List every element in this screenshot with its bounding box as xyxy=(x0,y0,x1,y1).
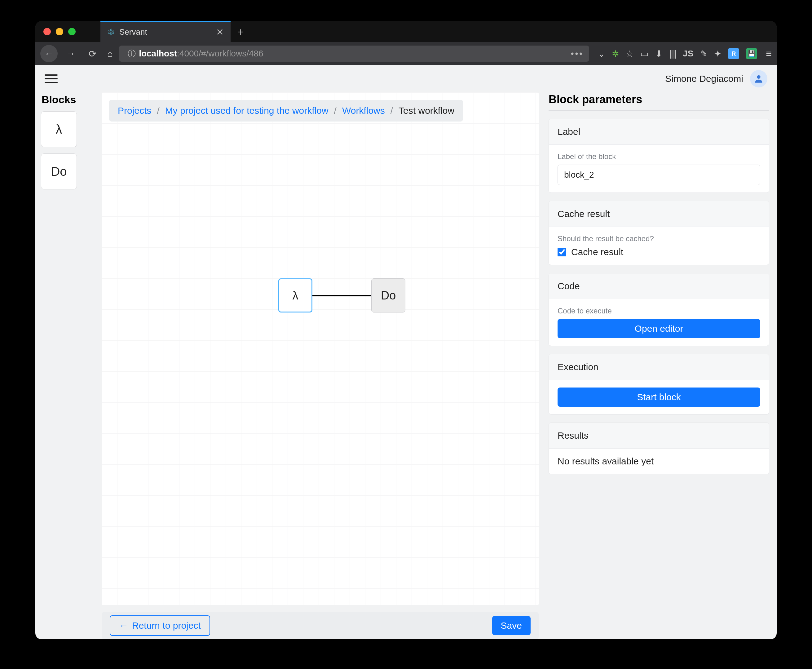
bug-icon[interactable]: ✲ xyxy=(612,49,619,59)
section-cache: Cache result Should the result be cached… xyxy=(549,201,769,265)
block-label-input[interactable] xyxy=(557,165,760,185)
pocket-icon[interactable]: ⌄ xyxy=(598,49,605,59)
edge[interactable] xyxy=(312,295,371,296)
user-box[interactable]: Simone Degiacomi xyxy=(665,70,767,87)
crumb-sep: / xyxy=(391,106,393,116)
section-cache-header: Cache result xyxy=(549,201,769,227)
blocks-sidebar: Blocks λ Do xyxy=(35,92,99,639)
label-field-hint: Label of the block xyxy=(557,152,760,161)
browser-tabstrip: ⚛ Servant ✕ ＋ xyxy=(35,21,777,42)
results-empty-text: No results available yet xyxy=(557,456,760,467)
tab-title: Servant xyxy=(119,27,147,37)
crumb-workflows[interactable]: Workflows xyxy=(342,106,385,116)
section-results-header: Results xyxy=(549,423,769,449)
workflow-canvas[interactable]: Projects / My project used for testing t… xyxy=(102,92,539,605)
section-results: Results No results available yet xyxy=(549,422,769,474)
download-icon[interactable]: ⬇ xyxy=(655,49,662,59)
window-zoom-icon[interactable] xyxy=(68,28,75,35)
js-badge-icon[interactable]: JS xyxy=(683,49,693,59)
code-hint: Code to execute xyxy=(557,307,760,315)
app-viewport: Simone Degiacomi Blocks λ Do xyxy=(35,65,777,639)
new-tab-button[interactable]: ＋ xyxy=(231,21,250,42)
arrow-left-icon: ← xyxy=(119,620,128,631)
close-tab-icon[interactable]: ✕ xyxy=(216,27,224,37)
browser-tab[interactable]: ⚛ Servant ✕ xyxy=(101,21,231,42)
node-do[interactable]: Do xyxy=(371,278,405,313)
nav-home-button[interactable]: ⌂ xyxy=(106,48,115,59)
crumb-sep: / xyxy=(157,106,159,116)
site-info-icon[interactable]: ⓘ xyxy=(124,48,139,59)
right-panel: Block parameters Label Label of the bloc… xyxy=(547,92,777,639)
avatar[interactable] xyxy=(750,70,767,87)
section-label: Label Label of the block xyxy=(549,119,769,193)
page-actions-icon[interactable]: ••• xyxy=(571,49,584,59)
return-label: Return to project xyxy=(132,620,201,631)
url-path: :4000/#/workflows/486 xyxy=(177,49,263,58)
react-icon: ⚛ xyxy=(107,28,115,37)
browser-window: ⚛ Servant ✕ ＋ ← → ⟳ ⌂ ⓘ localhost:4000/#… xyxy=(35,21,777,639)
palette-do[interactable]: Do xyxy=(41,153,77,190)
cache-hint: Should the result be cached? xyxy=(557,234,760,243)
palette-lambda[interactable]: λ xyxy=(41,111,77,147)
app-topbar: Simone Degiacomi xyxy=(35,65,777,92)
screenshot-icon[interactable]: ▭ xyxy=(640,49,648,59)
canvas-column: Projects / My project used for testing t… xyxy=(99,92,547,639)
edit-pencil-icon[interactable]: ✎ xyxy=(700,49,707,59)
section-code: Code Code to execute Open editor xyxy=(549,273,769,346)
person-icon xyxy=(753,74,764,84)
section-label-header: Label xyxy=(549,119,769,145)
ext-r-icon[interactable]: R xyxy=(728,48,739,59)
breadcrumb: Projects / My project used for testing t… xyxy=(109,100,463,121)
cache-checkbox[interactable] xyxy=(557,248,566,256)
return-to-project-button[interactable]: ← Return to project xyxy=(110,615,210,636)
ext-save-icon[interactable]: 💾 xyxy=(746,48,757,59)
nav-back-button[interactable]: ← xyxy=(40,45,58,62)
library-icon[interactable]: ∥∥ xyxy=(669,49,676,59)
crumb-project-name[interactable]: My project used for testing the workflow xyxy=(165,106,329,116)
crumb-projects[interactable]: Projects xyxy=(118,106,151,116)
crumb-sep: / xyxy=(334,106,337,116)
user-name: Simone Degiacomi xyxy=(665,74,743,84)
app-menu-toggle[interactable] xyxy=(45,74,58,83)
bookmark-star-icon[interactable]: ☆ xyxy=(626,49,634,59)
url-bar[interactable]: ⓘ localhost:4000/#/workflows/486 ••• xyxy=(119,45,589,62)
cache-checkbox-row[interactable]: Cache result xyxy=(557,247,760,257)
cache-checkbox-label: Cache result xyxy=(571,247,623,257)
url-host: localhost xyxy=(139,49,177,58)
browser-menu-icon[interactable]: ≡ xyxy=(766,48,772,59)
window-minimize-icon[interactable] xyxy=(56,28,63,35)
save-button[interactable]: Save xyxy=(492,616,530,635)
window-close-icon[interactable] xyxy=(44,28,51,35)
window-controls[interactable] xyxy=(40,21,82,42)
translate-icon[interactable]: ✦ xyxy=(714,49,721,59)
crumb-current: Test workflow xyxy=(399,106,455,116)
section-execution-header: Execution xyxy=(549,354,769,380)
node-lambda[interactable]: λ xyxy=(278,278,312,313)
sidebar-heading: Blocks xyxy=(42,94,93,106)
open-editor-button[interactable]: Open editor xyxy=(557,319,760,338)
canvas-footer: ← Return to project Save xyxy=(102,612,539,639)
nav-forward-button[interactable]: → xyxy=(62,45,79,62)
start-block-button[interactable]: Start block xyxy=(557,388,760,407)
section-code-header: Code xyxy=(549,274,769,299)
nav-reload-button[interactable]: ⟳ xyxy=(84,45,101,62)
panel-title: Block parameters xyxy=(549,93,769,106)
svg-point-0 xyxy=(757,75,760,79)
browser-toolbar: ← → ⟳ ⌂ ⓘ localhost:4000/#/workflows/486… xyxy=(35,42,777,65)
section-execution: Execution Start block xyxy=(549,354,769,415)
